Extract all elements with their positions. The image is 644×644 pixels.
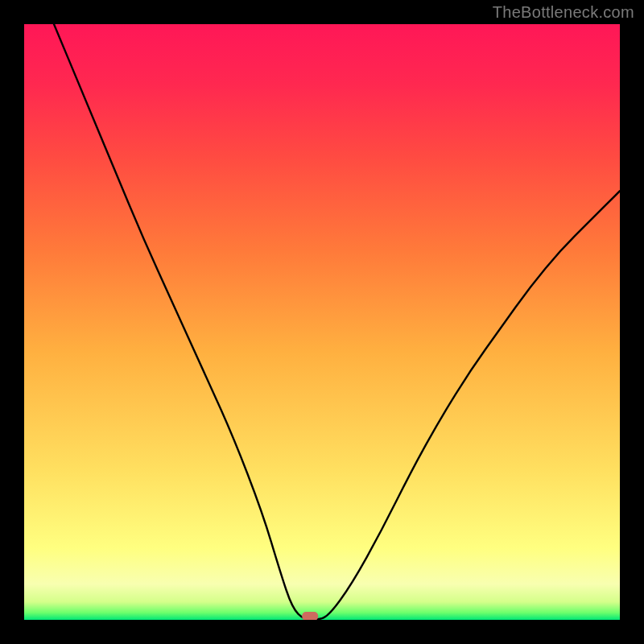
curve-svg-layer [24,24,620,620]
plot-area [24,24,620,620]
bottleneck-marker [302,612,318,620]
watermark-text: TheBottleneck.com [493,3,634,22]
chart-frame: TheBottleneck.com [0,0,644,644]
bottleneck-curve-path [54,24,620,620]
